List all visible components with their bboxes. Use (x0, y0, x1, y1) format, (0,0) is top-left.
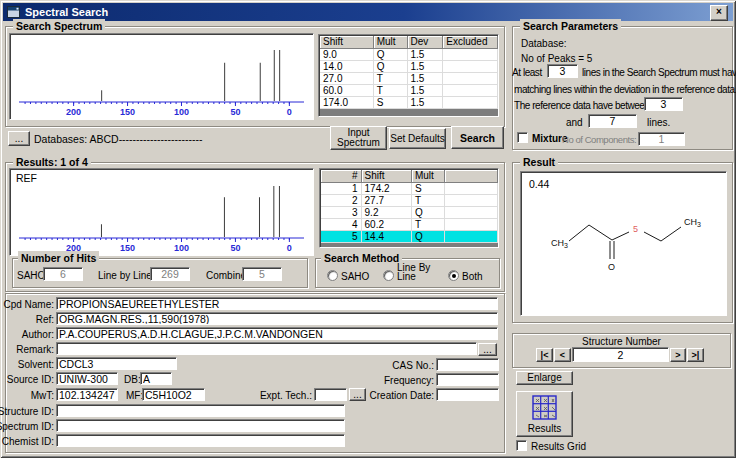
table-cell (445, 195, 498, 207)
author-label: Author: (1, 329, 54, 340)
line-by-line-hits-field[interactable] (150, 267, 190, 281)
lines-label: lines. (647, 117, 670, 128)
solvent-field[interactable] (56, 357, 177, 370)
search-button[interactable]: Search (451, 126, 504, 149)
radio-line-by-line[interactable] (383, 270, 394, 281)
radio-both[interactable] (448, 270, 459, 281)
table-row[interactable]: 460.2T (321, 219, 498, 231)
remark-browse-button[interactable]: ... (478, 343, 497, 356)
table-header-row: #ShiftMult (321, 170, 498, 183)
last-record-button[interactable]: >| (687, 348, 704, 362)
table-cell: 60.0 (320, 85, 374, 97)
table-row[interactable]: 1174.2S (321, 183, 498, 195)
match-score: 0.44 (529, 178, 549, 190)
title-bar[interactable]: Spectral Search × (3, 3, 733, 21)
between-max-field[interactable] (588, 114, 637, 128)
mwt-label: MwT: (1, 390, 54, 401)
structure-number-input[interactable] (572, 347, 669, 362)
table-cell (443, 85, 498, 97)
components-field[interactable] (638, 132, 685, 146)
first-record-button[interactable]: |< (536, 348, 553, 362)
molecule-structure: CH3 O 5 CH3 (521, 172, 726, 315)
table-row[interactable]: 514.4Q (321, 231, 498, 243)
table-cell: Mult (374, 36, 408, 49)
table-row[interactable]: 174.0S1.5 (320, 97, 498, 109)
search-peaks-table: ShiftMultDevExcluded9.0Q1.514.0Q1.527.0T… (318, 34, 499, 117)
table-cell (445, 170, 498, 183)
db-label: DB: (124, 374, 141, 385)
chemist-id-field[interactable] (56, 434, 345, 447)
next-record-button[interactable]: > (670, 348, 686, 362)
db-field[interactable] (140, 372, 172, 385)
ref-field[interactable] (56, 312, 498, 325)
author-field[interactable] (56, 327, 498, 340)
mwt-field[interactable] (56, 388, 118, 401)
spectrum-id-field[interactable] (56, 419, 345, 432)
previous-record-button[interactable]: < (554, 348, 571, 362)
ch3-left-atom: CH3 (551, 238, 568, 249)
enlarge-button[interactable]: Enlarge (516, 371, 573, 385)
table-row[interactable]: 14.0Q1.5 (320, 61, 498, 73)
table-row[interactable]: 227.7T (321, 195, 498, 207)
table-row[interactable]: 27.0T1.5 (320, 73, 498, 85)
chart-mark: 50 (230, 107, 240, 117)
results-button[interactable]: Results (516, 391, 573, 437)
at-least-field[interactable] (547, 64, 578, 78)
set-defaults-button[interactable]: Set Defaults (389, 128, 446, 149)
creation-date-field[interactable] (436, 388, 499, 401)
table-cell (445, 183, 498, 195)
input-spectrum-button[interactable]: Input Spectrum (330, 126, 387, 150)
between-label: The reference data have between (514, 100, 650, 111)
table-cell: T (412, 219, 445, 231)
frequency-label: Frequency: (364, 375, 434, 386)
mf-field[interactable] (142, 388, 205, 401)
table-cell: 60.2 (362, 219, 412, 231)
radio-saho[interactable] (327, 270, 338, 281)
cpd-name-field[interactable] (56, 297, 498, 310)
remark-field[interactable] (56, 342, 477, 355)
between-min-field[interactable] (644, 97, 683, 111)
components-label: No of Components: (562, 134, 636, 145)
cas-no-field[interactable] (436, 358, 499, 371)
table-filler (320, 109, 498, 116)
mixture-checkbox[interactable] (517, 132, 528, 143)
table-header-row: ShiftMultDevExcluded (320, 36, 498, 49)
table-row[interactable]: 39.2Q (321, 207, 498, 219)
saho-hits-field[interactable] (43, 267, 83, 281)
table-cell: S (374, 97, 408, 109)
combined-hits-field[interactable] (242, 267, 282, 281)
table-cell: T (412, 195, 445, 207)
source-id-field[interactable] (56, 372, 118, 385)
table-cell (445, 231, 498, 243)
results-grid-checkbox[interactable] (516, 440, 527, 451)
and-label: and (566, 117, 583, 128)
structure-id-label: Structure ID: (1, 406, 54, 417)
chart-mark: 100 (174, 243, 189, 253)
table-row[interactable]: 60.0T1.5 (320, 85, 498, 97)
results-group-title: Results: 1 of 4 (13, 155, 91, 169)
table-filler (321, 243, 498, 247)
table-cell: 14.0 (320, 61, 374, 73)
table-cell: 9.2 (362, 207, 412, 219)
table-cell: # (321, 170, 362, 183)
expt-tech-field[interactable] (314, 388, 347, 401)
close-icon[interactable]: × (710, 5, 728, 21)
table-cell: 14.4 (362, 231, 412, 243)
table-cell: 1.5 (408, 97, 444, 109)
table-cell: 1.5 (408, 73, 444, 85)
table-cell: T (374, 85, 408, 97)
structure-id-field[interactable] (56, 404, 345, 417)
results-grid-label: Results Grid (531, 441, 586, 452)
table-cell (443, 97, 498, 109)
table-cell: Q (412, 207, 445, 219)
table-row[interactable]: 9.0Q1.5 (320, 49, 498, 61)
search-parameters-title: Search Parameters (520, 19, 621, 33)
frequency-field[interactable] (436, 373, 499, 386)
remark-label: Remark: (1, 344, 54, 355)
table-cell: Q (374, 49, 408, 61)
table-cell (443, 61, 498, 73)
ester-position-number: 5 (633, 224, 638, 234)
table-cell (445, 219, 498, 231)
databases-browse-button[interactable]: ... (8, 131, 30, 146)
table-cell: Mult (412, 170, 445, 183)
